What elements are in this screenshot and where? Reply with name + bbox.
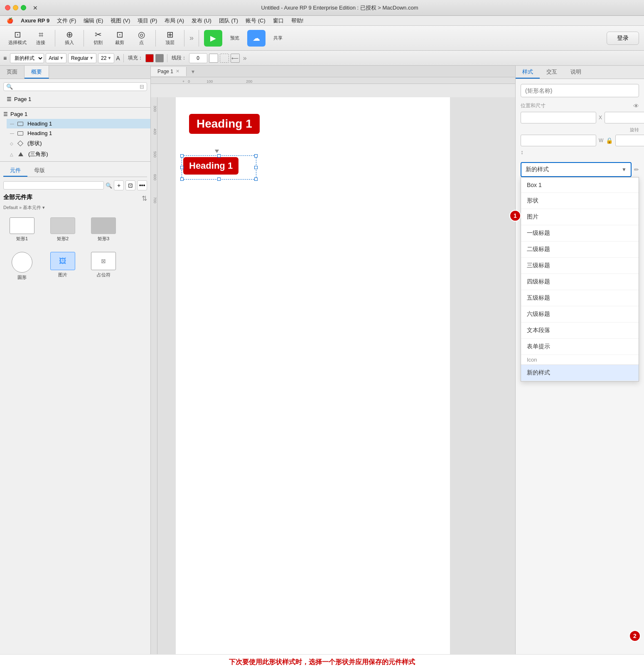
pages-search-input[interactable] xyxy=(15,84,138,90)
shape-name-input[interactable] xyxy=(521,84,639,97)
tree-shape[interactable]: ◇ (形状) xyxy=(7,138,150,149)
copy-component-button[interactable]: ⊡ xyxy=(125,180,135,190)
minimize-button[interactable] xyxy=(13,5,18,10)
more-format-button[interactable]: » xyxy=(243,54,247,62)
size-dropdown[interactable]: 22 ▼ xyxy=(98,53,114,63)
menu-help[interactable]: 帮助! xyxy=(288,16,307,25)
tab-pages[interactable]: 页面 xyxy=(0,66,25,79)
handle-bc[interactable] xyxy=(217,177,221,181)
share-button[interactable]: ☁ xyxy=(247,30,265,47)
preview-button[interactable]: ▶ xyxy=(204,30,222,47)
tab-masters[interactable]: 母版 xyxy=(27,165,52,177)
style-item-h3[interactable]: 三级标题 xyxy=(521,258,639,274)
weight-dropdown[interactable]: Regular ▼ xyxy=(68,53,96,63)
style-item-hint[interactable]: 表单提示 xyxy=(521,339,639,355)
menu-window[interactable]: 窗口 xyxy=(270,16,287,25)
traffic-lights[interactable] xyxy=(5,5,26,10)
style-item-h2[interactable]: 二级标题 xyxy=(521,241,639,258)
lock-icon[interactable]: 🔒 xyxy=(606,137,613,144)
style-item-new[interactable]: 新的样式 xyxy=(521,365,639,381)
canvas-page[interactable]: Heading 1 xyxy=(176,97,450,670)
x-input[interactable]: 22 xyxy=(521,112,596,123)
menu-layout[interactable]: 布局 (A) xyxy=(161,16,187,25)
handle-br[interactable] xyxy=(254,177,258,181)
handle-tr[interactable] xyxy=(254,154,258,158)
style-item-image[interactable]: 图片 xyxy=(521,209,639,225)
tree-heading1-2[interactable]: — Heading 1 xyxy=(7,128,150,138)
style-item-h1[interactable]: 一级标题 xyxy=(521,225,639,241)
visibility-icon[interactable]: 👁 xyxy=(633,103,639,109)
canvas-tab-close-icon[interactable]: ✕ xyxy=(176,69,179,74)
menu-team[interactable]: 团队 (T) xyxy=(216,16,241,25)
heading1-element[interactable]: Heading 1 xyxy=(189,114,260,134)
style-item-box1[interactable]: Box 1 xyxy=(521,177,639,193)
component-rect2[interactable]: 矩形2 xyxy=(44,214,81,245)
handle-ml[interactable] xyxy=(180,166,184,169)
stroke-style-btn[interactable] xyxy=(220,54,229,63)
more-component-button[interactable]: ••• xyxy=(137,180,147,190)
component-circle[interactable]: 圆形 xyxy=(3,249,41,284)
tab-notes[interactable]: 说明 xyxy=(564,66,588,79)
app-name[interactable]: Axure RP 9 xyxy=(17,17,53,25)
h-input[interactable]: 37 xyxy=(615,135,644,146)
maximize-button[interactable] xyxy=(21,5,26,10)
stroke-fill-box[interactable] xyxy=(209,54,218,63)
more-tools-button[interactable]: » xyxy=(189,34,194,42)
y-input[interactable]: 380 xyxy=(605,112,644,123)
handle-tl[interactable] xyxy=(180,154,184,158)
handle-mr[interactable] xyxy=(254,166,258,169)
style-item-h6[interactable]: 六级标题 xyxy=(521,306,639,323)
menu-publish[interactable]: 发布 (U) xyxy=(188,16,215,25)
canvas-dropdown-icon[interactable]: ▾ xyxy=(188,67,198,76)
style-item-para[interactable]: 文本段落 xyxy=(521,323,639,339)
components-search-input[interactable] xyxy=(3,181,104,190)
menu-edit[interactable]: 编辑 (E) xyxy=(80,16,106,25)
crop-button[interactable]: ⊡ 裁剪 xyxy=(111,28,129,48)
tab-elements[interactable]: 元件 xyxy=(3,165,27,177)
tree-heading1-selected[interactable]: — Heading 1 xyxy=(7,119,150,128)
style-dropdown-button[interactable]: 新的样式 ▼ xyxy=(521,162,632,177)
handle-bl[interactable] xyxy=(180,177,184,181)
component-rect1[interactable]: 矩形1 xyxy=(3,214,41,245)
apple-menu[interactable]: 🍎 xyxy=(3,17,17,25)
filter-icon[interactable]: ⊟ xyxy=(140,84,144,90)
style-item-h5[interactable]: 五级标题 xyxy=(521,290,639,306)
edit-style-icon[interactable]: ✏ xyxy=(634,166,639,173)
insert-button[interactable]: ⊕ 插入 xyxy=(60,28,79,48)
login-button[interactable]: 登录 xyxy=(607,32,639,45)
heading1-selected-group[interactable]: Heading 1 xyxy=(182,155,240,176)
library-expand-icon[interactable]: ⇅ xyxy=(142,195,147,202)
component-image[interactable]: 🖼 图片 xyxy=(44,249,81,284)
toplayer-button[interactable]: ⊞ 顶层 xyxy=(161,28,179,48)
component-placeholder[interactable]: ⊠ 占位符 xyxy=(85,249,122,284)
menu-account[interactable]: 账号 (C) xyxy=(242,16,269,25)
tree-triangle[interactable]: △ (三角形) xyxy=(7,149,150,160)
font-dropdown[interactable]: Arial ▼ xyxy=(46,53,66,63)
w-input[interactable]: 123 xyxy=(521,135,596,146)
tab-style[interactable]: 样式 xyxy=(516,66,540,79)
menu-project[interactable]: 项目 (P) xyxy=(134,16,160,25)
page-item-1[interactable]: ☰ Page 1 xyxy=(3,94,147,104)
connect-button[interactable]: ⌗ 连接 xyxy=(32,28,50,48)
component-rect3[interactable]: 矩形3 xyxy=(85,214,122,245)
point-button[interactable]: ◎ 点 xyxy=(132,28,150,48)
resize-h-icon[interactable]: ↕ xyxy=(521,149,596,155)
select-mode-button[interactable]: ⊡ 选择模式 xyxy=(5,28,30,48)
close-button[interactable] xyxy=(5,5,10,10)
canvas-tab-page1[interactable]: Page 1 ✕ xyxy=(151,67,187,76)
add-component-button[interactable]: + xyxy=(114,180,124,190)
cut-button[interactable]: ✂ 切割 xyxy=(89,28,107,48)
fill-color-swatch2[interactable] xyxy=(155,54,164,62)
style-select[interactable]: 新的样式 xyxy=(10,53,44,63)
menu-file[interactable]: 文件 (F) xyxy=(54,16,79,25)
stroke-input[interactable] xyxy=(189,53,207,63)
handle-tc[interactable] xyxy=(217,154,221,158)
menu-view[interactable]: 视图 (V) xyxy=(107,16,133,25)
tree-page[interactable]: ☰ Page 1 xyxy=(0,109,150,119)
tab-interaction[interactable]: 交互 xyxy=(540,66,564,79)
fill-color-swatch[interactable] xyxy=(145,54,154,62)
style-item-h4[interactable]: 四级标题 xyxy=(521,274,639,290)
tab-overview[interactable]: 概要 xyxy=(25,66,49,79)
style-item-shape[interactable]: 形状 xyxy=(521,193,639,209)
stroke-ends-btn[interactable]: ⟵ xyxy=(231,54,240,63)
